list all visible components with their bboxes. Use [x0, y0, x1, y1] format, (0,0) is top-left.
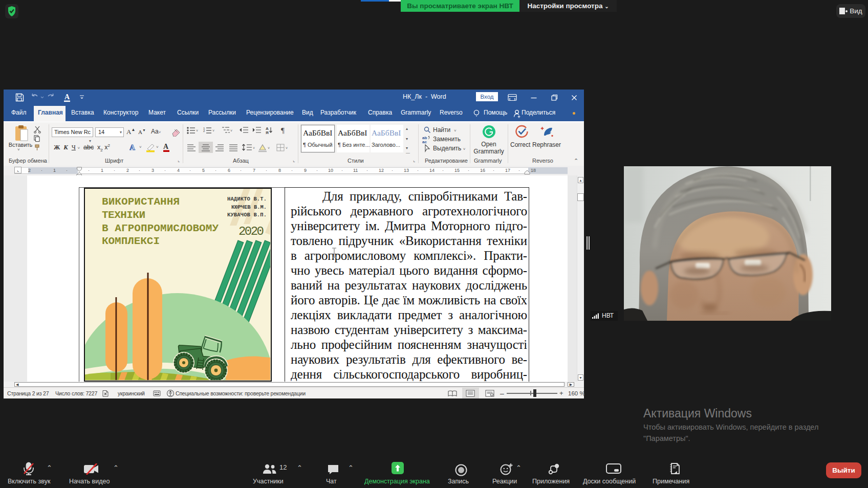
svg-text:2: 2 — [203, 129, 205, 132]
svg-text:A: A — [129, 143, 135, 151]
svg-text:A: A — [64, 93, 70, 101]
svg-text:НАДИКТО В.Т.: НАДИКТО В.Т. — [227, 196, 267, 202]
svg-text:¶: ¶ — [281, 126, 285, 135]
svg-text:В АГРОПРОМИСЛОВОМУ: В АГРОПРОМИСЛОВОМУ — [102, 223, 219, 234]
svg-text:˅: ˅ — [212, 129, 214, 132]
svg-text:˅: ˅ — [196, 129, 198, 132]
svg-text:А: А — [163, 143, 169, 150]
svg-text:˅: ˅ — [268, 146, 270, 150]
svg-text:КЮРЧЕВ В.М.: КЮРЧЕВ В.М. — [231, 204, 267, 210]
svg-text:˅: ˅ — [139, 145, 142, 149]
svg-text:ВИКОРИСТАННЯ: ВИКОРИСТАННЯ — [102, 196, 180, 208]
svg-text:˅: ˅ — [156, 145, 159, 149]
svg-text:2020: 2020 — [238, 225, 264, 238]
svg-text:˅: ˅ — [286, 146, 288, 150]
svg-text:˅: ˅ — [230, 129, 232, 132]
svg-text:ТЕХНІКИ: ТЕХНІКИ — [102, 209, 145, 221]
svg-text:Я: Я — [266, 130, 269, 135]
svg-text:ac: ac — [422, 140, 427, 144]
svg-text:˅: ˅ — [253, 146, 255, 150]
svg-text:КОМПЛЕКСІ: КОМПЛЕКСІ — [102, 235, 160, 247]
svg-text:КУВАЧОВ В.П.: КУВАЧОВ В.П. — [227, 212, 267, 218]
